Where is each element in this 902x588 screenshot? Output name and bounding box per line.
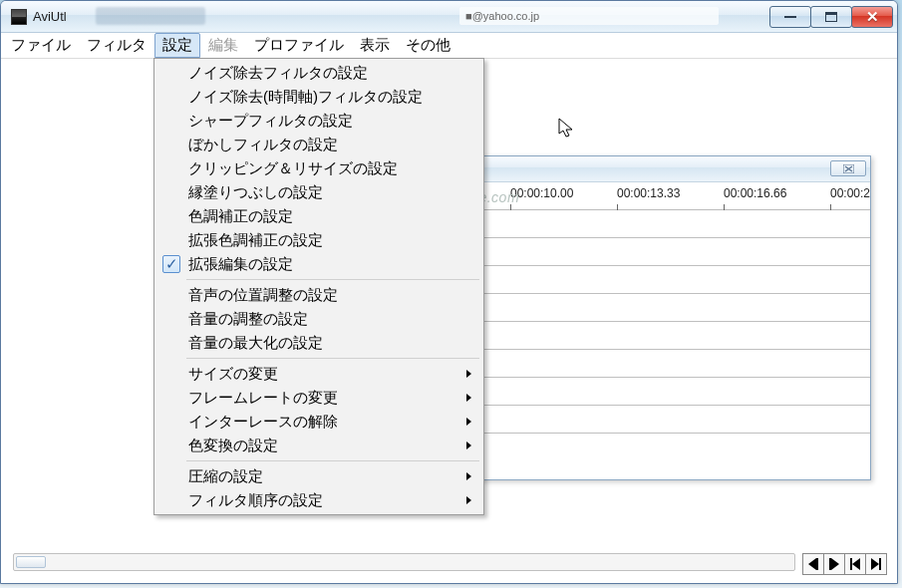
transport-controls [803,553,887,575]
settings-dropdown: ノイズ除去フィルタの設定 ノイズ除去(時間軸)フィルタの設定 シャープフィルタの… [153,58,484,515]
menuitem-ext-color-correction[interactable]: 拡張色調補正の設定 [156,228,481,252]
menuitem-ext-edit[interactable]: ✓ 拡張編集の設定 [156,252,481,276]
bar-icon [816,558,818,570]
menuitem-resize[interactable]: サイズの変更 [156,362,481,386]
submenu-arrow-icon [466,370,471,378]
triangle-right-icon [831,558,839,570]
menu-file[interactable]: ファイル [3,33,79,58]
title-email-blur: ■@yahoo.co.jp [459,7,719,25]
menu-view[interactable]: 表示 [352,33,398,58]
window-title: AviUtl [33,9,67,24]
menuitem-color-correction[interactable]: 色調補正の設定 [156,204,481,228]
scrollbar-thumb[interactable] [16,556,46,568]
submenu-arrow-icon [466,496,471,504]
horizontal-scrollbar[interactable] [13,553,795,571]
menuitem-framerate[interactable]: フレームレートの変更 [156,386,481,410]
menuitem-filter-order[interactable]: フィルタ順序の設定 [156,488,481,512]
goto-end-button[interactable] [865,553,887,575]
bar-icon [879,558,881,570]
submenu-arrow-icon [466,441,471,449]
menu-edit[interactable]: 編集 [200,33,246,58]
menuitem-blur-filter[interactable]: ぼかしフィルタの設定 [156,133,481,156]
menuitem-audio-position[interactable]: 音声の位置調整の設定 [156,283,481,307]
submenu-arrow-icon [466,472,471,480]
maximize-icon [825,12,837,22]
menuitem-clipping-resize[interactable]: クリッピング＆リサイズの設定 [156,156,481,180]
menuitem-compression[interactable]: 圧縮の設定 [156,464,481,488]
menu-settings[interactable]: 設定 [154,33,200,58]
ruler-tick: 00:00:2 [830,186,870,204]
close-button[interactable]: ✕ [851,6,893,28]
menu-filter[interactable]: フィルタ [79,33,154,58]
frame-back-button[interactable] [802,553,824,575]
submenu-arrow-icon [466,418,471,426]
minimize-button[interactable] [769,6,811,28]
app-icon [11,9,27,25]
x-icon [843,164,854,173]
menu-profile[interactable]: プロファイル [246,33,352,58]
maximize-button[interactable] [810,6,852,28]
menuitem-noise-time-filter[interactable]: ノイズ除去(時間軸)フィルタの設定 [156,85,481,109]
minimize-icon [784,16,796,18]
timeline-close-button[interactable] [830,160,866,176]
ruler-tick: 00:00:16.66 [724,186,786,204]
menuitem-sharp-filter[interactable]: シャープフィルタの設定 [156,109,481,133]
ruler-tick: 00:00:13.33 [617,186,680,204]
menuitem-color-convert[interactable]: 色変換の設定 [156,434,481,457]
triangle-left-icon [808,558,816,570]
menubar: ファイル フィルタ 設定 編集 プロファイル 表示 その他 [1,33,897,59]
titlebar[interactable]: AviUtl ■@yahoo.co.jp ✕ [1,1,897,33]
menuitem-volume-maximize[interactable]: 音量の最大化の設定 [156,331,481,355]
menuitem-border-fill[interactable]: 縁塗りつぶしの設定 [156,180,481,204]
submenu-arrow-icon [466,394,471,402]
window-controls: ✕ [770,6,893,28]
ruler-tick: 00:00:10.00 [510,186,573,204]
triangle-left-icon [852,558,860,570]
close-icon: ✕ [866,9,879,24]
goto-start-button[interactable] [844,553,866,575]
menuitem-volume-adjust[interactable]: 音量の調整の設定 [156,307,481,331]
menu-other[interactable]: その他 [398,33,458,58]
menuitem-noise-filter[interactable]: ノイズ除去フィルタの設定 [156,61,481,85]
menuitem-deinterlace[interactable]: インターレースの解除 [156,410,481,434]
triangle-right-icon [871,558,879,570]
title-blur-area [96,7,205,25]
checkmark-icon: ✓ [162,255,180,273]
frame-forward-button[interactable] [823,553,845,575]
